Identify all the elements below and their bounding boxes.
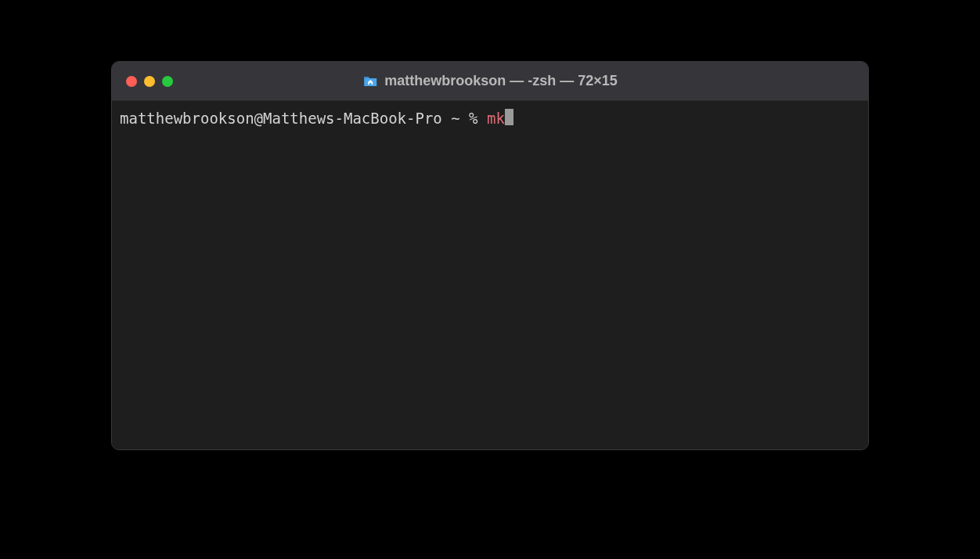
cursor [505, 109, 513, 125]
close-button[interactable] [126, 76, 137, 87]
typed-command: mk [487, 109, 505, 128]
prompt-line: matthewbrookson@Matthews-MacBook-Pro ~ %… [120, 107, 860, 128]
terminal-body[interactable]: matthewbrookson@Matthews-MacBook-Pro ~ %… [112, 101, 868, 449]
titlebar[interactable]: matthewbrookson — -zsh — 72×15 [112, 62, 868, 101]
home-folder-icon [362, 75, 378, 88]
terminal-window: matthewbrookson — -zsh — 72×15 matthewbr… [111, 61, 869, 450]
traffic-lights [126, 76, 173, 87]
title-content: matthewbrookson — -zsh — 72×15 [362, 73, 618, 89]
window-title: matthewbrookson — -zsh — 72×15 [384, 73, 618, 89]
fullscreen-button[interactable] [162, 76, 173, 87]
minimize-button[interactable] [144, 76, 155, 87]
shell-prompt: matthewbrookson@Matthews-MacBook-Pro ~ % [120, 109, 487, 128]
